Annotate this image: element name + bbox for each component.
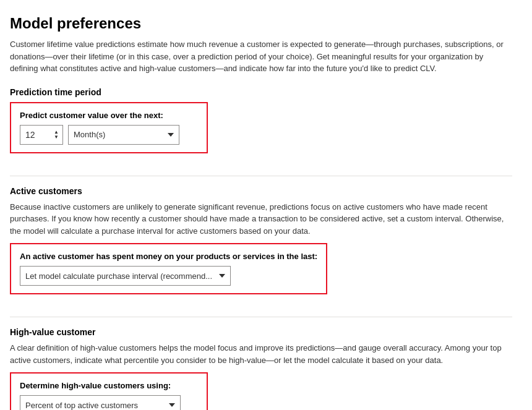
prediction-value-input[interactable] [25, 130, 48, 140]
active-customers-description: Because inactive customers are unlikely … [10, 201, 512, 237]
prediction-box-label: Predict customer value over the next: [20, 111, 198, 120]
period-dropdown[interactable]: Month(s) Year(s) [68, 125, 179, 145]
high-value-box-label: Determine high-value customers using: [20, 381, 198, 390]
spinner-arrows: ▲ ▼ [53, 126, 60, 144]
page-title: Model preferences [10, 15, 512, 32]
prediction-spinner: ▲ ▼ [20, 125, 63, 145]
active-customers-box-label: An active customer has spent money on yo… [20, 252, 317, 261]
active-customers-dropdown[interactable]: Let model calculate purchase interval (r… [20, 266, 231, 286]
high-value-customer-box: Determine high-value customers using: Pe… [10, 372, 208, 410]
active-customers-box: An active customer has spent money on yo… [10, 243, 327, 294]
active-customers-heading: Active customers [10, 186, 512, 196]
divider-1 [10, 176, 512, 176]
prediction-time-period-box: Predict customer value over the next: ▲ … [10, 102, 208, 153]
high-value-customer-heading: High-value customer [10, 327, 512, 337]
divider-2 [10, 317, 512, 317]
page-description: Customer lifetime value predictions esti… [10, 38, 512, 75]
prediction-time-period-heading: Prediction time period [10, 87, 512, 97]
spinner-down-button[interactable]: ▼ [53, 135, 60, 140]
high-value-customer-description: A clear definition of high-value custome… [10, 342, 512, 366]
high-value-dropdown[interactable]: Percent of top active customers Model ca… [20, 395, 181, 410]
